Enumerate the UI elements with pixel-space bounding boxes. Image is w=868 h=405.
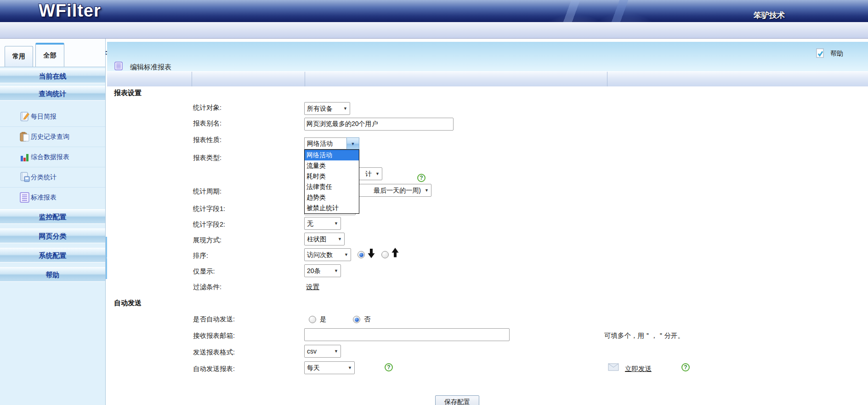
sidebar-item-label: 每日简报 xyxy=(31,113,57,121)
email-note: 可填多个，用＂，＂分开。 xyxy=(604,331,684,340)
tab-all[interactable]: 全部 xyxy=(35,43,64,67)
main-content: 编辑标准报表 帮助 报表设置 统计对象: 所有设备 报表别名: 报表性质: 网络… xyxy=(107,39,868,405)
sidebar-item-standard-report[interactable]: 标准报表 xyxy=(0,188,105,208)
sidebar-group-help[interactable]: 帮助 xyxy=(0,267,105,282)
page-title-band: 编辑标准报表 帮助 xyxy=(107,42,868,71)
send-format-label: 发送报表格式: xyxy=(193,348,235,357)
send-now-link[interactable]: 立即发送 xyxy=(625,365,652,373)
send-schedule-select[interactable]: 每天 xyxy=(304,361,355,374)
send-format-select[interactable]: csv xyxy=(304,345,341,358)
stat-object-select[interactable]: 所有设备 xyxy=(304,102,350,115)
sort-desc-radio[interactable] xyxy=(357,251,365,258)
wfilter-app: WFilter 笨驴技术 当前用户：localhost/admin 监控状态： … xyxy=(0,0,868,405)
only-show-select[interactable]: 20条 xyxy=(304,264,341,277)
send-schedule-label: 自动发送报表: xyxy=(193,365,235,373)
group-label: 监控配置 xyxy=(39,213,67,221)
stat-object-label: 统计对象: xyxy=(193,103,221,112)
sidebar-item-category-stats[interactable]: 分类统计 xyxy=(0,167,105,188)
dropdown-option[interactable]: 被禁止统计 xyxy=(305,203,359,213)
top-header: WFilter 笨驴技术 xyxy=(0,0,868,22)
sidebar-group-web-category[interactable]: 网页分类 xyxy=(0,228,105,243)
envelope-icon xyxy=(608,363,619,373)
tab-common[interactable]: 常用 xyxy=(5,46,33,67)
category-stats-icon xyxy=(19,171,30,185)
header-artwork xyxy=(505,0,717,22)
sort-field-value: 访问次数 xyxy=(307,251,333,258)
only-show-label: 仅显示: xyxy=(193,267,215,276)
dropdown-option[interactable]: 流量类 xyxy=(305,160,359,171)
sidebar-group-query[interactable]: 查询统计 xyxy=(0,86,105,101)
group-label: 系统配置 xyxy=(39,251,67,259)
recipient-email-label: 接收报表邮箱: xyxy=(193,331,235,340)
sidebar-group-monitor-config[interactable]: 监控配置 xyxy=(0,209,105,224)
dropdown-option[interactable]: 耗时类 xyxy=(305,171,359,182)
stat-field2-value: 无 xyxy=(307,220,313,227)
history-query-icon xyxy=(19,131,30,144)
sidebar-item-label: 标准报表 xyxy=(31,194,57,202)
column-header-strip xyxy=(107,71,868,86)
report-nature-select[interactable]: 网络活动 xyxy=(304,137,359,149)
filter-settings-link[interactable]: 设置 xyxy=(306,283,319,291)
stat-object-value: 所有设备 xyxy=(307,105,333,112)
app-logo: WFilter xyxy=(39,1,101,21)
sidebar-item-label: 综合数据报表 xyxy=(31,153,69,161)
sidebar-item-history-query[interactable]: 历史记录查询 xyxy=(0,127,105,147)
sort-label: 排序: xyxy=(193,251,208,260)
auto-send-yes-radio[interactable] xyxy=(309,316,316,323)
sort-asc-radio[interactable] xyxy=(381,251,389,258)
sort-desc-arrow-icon xyxy=(368,248,375,261)
help-link[interactable]: 帮助 xyxy=(806,48,868,60)
sort-field-select[interactable]: 访问次数 xyxy=(304,248,351,261)
help-doc-icon xyxy=(816,48,825,61)
brand-name: 笨驴技术 xyxy=(754,10,785,21)
group-label: 网页分类 xyxy=(39,232,67,240)
column-divider xyxy=(607,72,607,86)
dropdown-button-icon[interactable] xyxy=(346,137,359,149)
report-settings-title: 报表设置 xyxy=(114,89,142,97)
standard-report-icon xyxy=(19,192,30,205)
bar-chart-icon xyxy=(19,151,30,165)
sidebar-item-daily-report[interactable]: 每日简报 xyxy=(0,107,105,127)
page-title-icon xyxy=(114,62,123,72)
display-mode-select[interactable]: 柱状图 xyxy=(304,233,345,245)
only-show-value: 20条 xyxy=(307,267,321,274)
send-schedule-help-icon[interactable] xyxy=(385,363,393,371)
send-now-help-icon[interactable] xyxy=(681,363,690,371)
stat-period-value: 最后一天的一周) xyxy=(374,187,421,194)
stat-field2-label: 统计字段2: xyxy=(193,220,225,229)
sidebar-group-online[interactable]: 当前在线 xyxy=(0,68,105,83)
auto-send-label: 是否自动发送: xyxy=(193,315,235,324)
report-alias-label: 报表别名: xyxy=(193,119,221,128)
column-divider xyxy=(192,72,192,86)
dropdown-option[interactable]: 趋势类 xyxy=(305,192,359,203)
display-mode-value: 柱状图 xyxy=(307,235,326,243)
filter-condition-label: 过滤条件: xyxy=(193,283,221,291)
sort-asc-arrow-icon xyxy=(391,247,399,260)
report-nature-dropdown: 网络活动 流量类 耗时类 法律责任 趋势类 被禁止统计 xyxy=(304,149,359,214)
report-nature-value: 网络活动 xyxy=(304,137,346,149)
send-schedule-value: 每天 xyxy=(307,364,320,371)
dropdown-option[interactable]: 网络活动 xyxy=(305,150,359,160)
report-nature-label: 报表性质: xyxy=(193,136,221,144)
group-label: 帮助 xyxy=(46,271,60,279)
stat-field2-select[interactable]: 无 xyxy=(304,217,341,230)
daily-report-icon xyxy=(19,111,30,124)
display-mode-label: 展现方式: xyxy=(193,236,221,245)
sidebar-item-label: 分类统计 xyxy=(31,173,57,182)
status-bar: 当前用户：localhost/admin 监控状态： 2 xyxy=(0,22,868,39)
tab-common-label: 常用 xyxy=(12,52,25,60)
report-type-label: 报表类型: xyxy=(193,154,221,162)
report-alias-input[interactable] xyxy=(304,118,454,131)
recipient-email-input[interactable] xyxy=(304,328,510,341)
auto-send-no-radio[interactable] xyxy=(353,316,360,323)
stat-field1-label: 统计字段1: xyxy=(193,205,225,213)
report-type-help-icon[interactable] xyxy=(417,174,425,182)
save-config-button[interactable]: 保存配置 xyxy=(435,395,479,405)
group-label: 查询统计 xyxy=(39,90,67,97)
tab-all-label: 全部 xyxy=(44,51,57,59)
sidebar-item-summary-report[interactable]: 综合数据报表 xyxy=(0,147,105,167)
sidebar-group-system-config[interactable]: 系统配置 xyxy=(0,248,105,262)
page-title: 编辑标准报表 xyxy=(130,63,171,72)
stat-period-label: 统计周期: xyxy=(193,187,221,196)
dropdown-option[interactable]: 法律责任 xyxy=(305,182,359,192)
